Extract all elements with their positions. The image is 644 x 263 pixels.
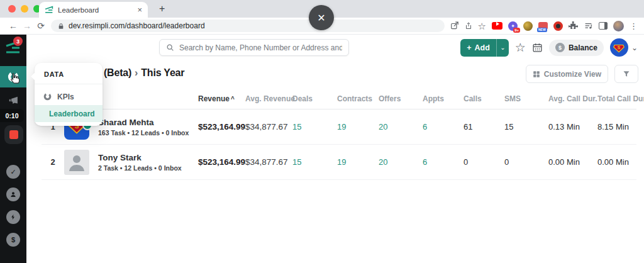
column-avg-call-dur[interactable]: Avg. Call Dur. xyxy=(548,94,597,103)
tab-close-icon[interactable]: × xyxy=(137,5,142,14)
camera-extension-icon[interactable]: NEW xyxy=(538,22,548,30)
user-name[interactable]: Tony Stark xyxy=(98,153,198,162)
url-text: dev.resimpli.com/dashboard/leaderboard xyxy=(69,21,205,30)
share-icon[interactable] xyxy=(465,21,472,30)
address-bar[interactable]: dev.resimpli.com/dashboard/leaderboard xyxy=(51,20,445,32)
browser-profile-avatar[interactable] xyxy=(613,21,624,31)
data-dropdown-menu: DATA KPIs Leaderboard xyxy=(35,63,103,126)
total-call-dur-value: 0.00 Min xyxy=(597,157,636,167)
user-menu[interactable]: S ⌄ xyxy=(610,38,638,57)
column-appts[interactable]: Appts xyxy=(423,94,464,103)
add-button-label: Add xyxy=(475,43,490,52)
minimize-window-button[interactable] xyxy=(21,5,28,13)
megaphone-icon xyxy=(8,95,19,106)
placeholder-avatar xyxy=(64,150,89,175)
sidebar-item-finance[interactable]: $ xyxy=(6,233,20,247)
menu-header: DATA xyxy=(35,63,103,84)
divider xyxy=(35,84,103,84)
customize-view-button[interactable]: Customize View xyxy=(526,65,608,83)
header-controls: + Add ⌄ ☆ $ Balanc xyxy=(460,38,638,57)
menu-item-leaderboard[interactable]: Leaderboard xyxy=(35,105,103,122)
stop-recording-button[interactable] xyxy=(4,125,23,144)
filter-button[interactable] xyxy=(614,65,638,83)
global-search[interactable] xyxy=(159,39,349,56)
column-deals[interactable]: Deals xyxy=(292,94,337,103)
avg-call-dur-value: 0.00 Min xyxy=(548,157,597,167)
chevron-down-icon: ⌄ xyxy=(500,44,505,51)
breadcrumb-separator: › xyxy=(131,67,141,78)
purple-extension-icon[interactable]: ✦9+ xyxy=(508,21,518,31)
close-window-button[interactable] xyxy=(8,5,16,13)
page-subtitle[interactable]: This Year xyxy=(141,67,184,78)
forward-icon[interactable]: → xyxy=(20,21,34,31)
refresh-icon[interactable]: ⟳ xyxy=(34,21,48,31)
app-header: + Add ⌄ ☆ $ Balanc xyxy=(26,35,644,60)
search-icon xyxy=(166,43,174,52)
favorites-button[interactable]: ☆ xyxy=(515,42,526,53)
sms-value: 15 xyxy=(504,122,548,132)
contracts-value[interactable]: 19 xyxy=(337,157,379,167)
open-in-new-icon[interactable] xyxy=(450,21,459,30)
extensions-puzzle-icon[interactable] xyxy=(569,21,578,31)
new-tab-button[interactable]: + xyxy=(155,2,169,16)
plus-icon: + xyxy=(467,43,471,52)
back-icon[interactable]: ← xyxy=(6,21,20,31)
sidebar-item-automation[interactable] xyxy=(6,210,20,224)
column-sms[interactable]: SMS xyxy=(504,94,548,103)
column-total-call-dur[interactable]: Total Call Dur. xyxy=(597,94,636,103)
mouse-cursor xyxy=(8,72,21,89)
column-contracts[interactable]: Contracts xyxy=(337,94,379,103)
blocker-extension-icon[interactable] xyxy=(553,21,563,31)
add-button-group: + Add ⌄ xyxy=(460,39,509,57)
column-offers[interactable]: Offers xyxy=(379,94,423,103)
browser-menu-icon[interactable]: ⋮ xyxy=(630,21,638,31)
recording-timer: 0:10 xyxy=(0,109,24,122)
menu-item-kpis[interactable]: KPIs xyxy=(35,88,103,105)
tab-title: Leaderboard xyxy=(58,6,133,14)
resimpli-favicon xyxy=(45,6,53,14)
youtube-extension-icon[interactable] xyxy=(492,22,502,30)
appts-value[interactable]: 6 xyxy=(423,122,464,132)
check-icon: ✓ xyxy=(10,168,16,176)
sidebar-item-marketing[interactable] xyxy=(0,92,26,108)
media-queue-icon[interactable] xyxy=(584,22,593,30)
window-controls xyxy=(8,5,41,13)
browser-tab[interactable]: Leaderboard × xyxy=(39,2,148,18)
notification-badge: 3 xyxy=(13,36,23,46)
column-revenue[interactable]: Revenue^ xyxy=(198,94,245,103)
contracts-value[interactable]: 19 xyxy=(337,122,379,132)
add-dropdown-button[interactable]: ⌄ xyxy=(496,39,509,57)
star-icon: ☆ xyxy=(515,42,526,53)
sidebar-item-tasks[interactable]: ✓ xyxy=(6,165,20,179)
table-row[interactable]: 2 Tony Stark 2 Task • 12 Leads • 0 Inbox… xyxy=(42,145,636,180)
offers-value[interactable]: 20 xyxy=(379,157,423,167)
sms-value: 0 xyxy=(504,157,548,167)
user-cell: Tony Stark 2 Task • 12 Leads • 0 Inbox xyxy=(98,153,198,172)
column-avg-revenue[interactable]: Avg. Revenue xyxy=(245,94,292,103)
column-calls[interactable]: Calls xyxy=(464,94,504,103)
menu-item-label: Leaderboard xyxy=(49,109,95,118)
user-name[interactable]: Sharad Mehta xyxy=(98,118,198,127)
offers-value[interactable]: 20 xyxy=(379,122,423,132)
search-input[interactable] xyxy=(179,43,342,52)
deals-value[interactable]: 15 xyxy=(292,157,337,167)
screen: Leaderboard × + ← → ⟳ dev.resimpli.com/d… xyxy=(0,0,644,263)
table-header-row: Revenue^ Avg. Revenue Deals Contracts Of… xyxy=(42,89,636,109)
balance-button[interactable]: $ Balance xyxy=(549,40,604,56)
appts-value[interactable]: 6 xyxy=(423,157,464,167)
gold-extension-icon[interactable] xyxy=(523,21,533,31)
recorder-close-button[interactable]: ✕ xyxy=(309,5,334,30)
calls-value: 0 xyxy=(464,157,504,167)
deals-value[interactable]: 15 xyxy=(292,122,337,132)
bookmark-star-icon[interactable]: ☆ xyxy=(478,21,486,31)
svg-text:S: S xyxy=(618,45,621,49)
dollar-icon: $ xyxy=(11,236,15,243)
side-panel-icon[interactable] xyxy=(599,22,608,30)
table-row[interactable]: 1 S ✓ Sharad Mehta 163 Task • 12 Leads •… xyxy=(42,109,636,145)
add-button[interactable]: + Add xyxy=(460,39,496,57)
sidebar-item-contacts[interactable] xyxy=(6,187,20,201)
lightning-icon xyxy=(10,213,16,221)
funnel-icon xyxy=(623,70,630,78)
revenue-value: $523,164.99 xyxy=(198,157,245,167)
calendar-button[interactable] xyxy=(532,42,543,53)
